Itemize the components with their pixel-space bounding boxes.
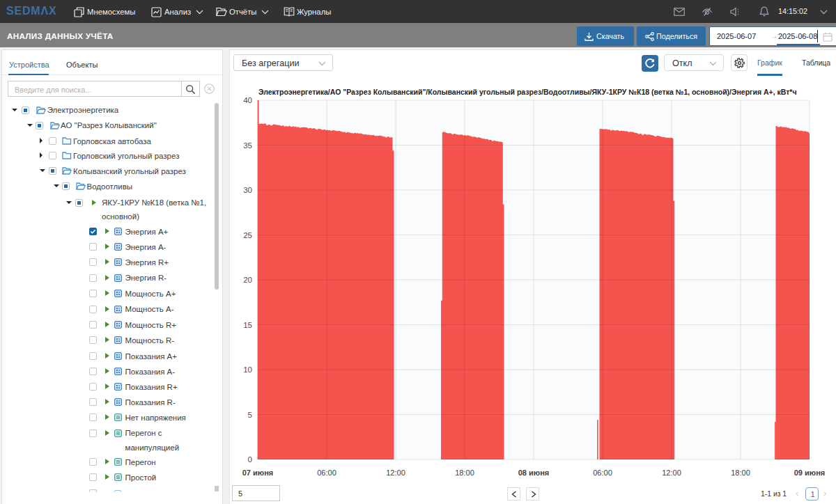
svg-text:25: 25 — [243, 231, 252, 239]
svg-text:18:00: 18:00 — [731, 468, 750, 477]
svg-text:08 июня: 08 июня — [518, 468, 550, 477]
svg-text:12:00: 12:00 — [662, 468, 681, 477]
svg-text:20: 20 — [243, 276, 252, 284]
svg-text:06:00: 06:00 — [317, 468, 336, 477]
svg-text:07 июня: 07 июня — [242, 468, 274, 477]
svg-text:5: 5 — [248, 411, 252, 419]
svg-text:15: 15 — [243, 321, 252, 329]
svg-text:0: 0 — [248, 455, 252, 464]
svg-text:40: 40 — [243, 96, 252, 104]
svg-text:10: 10 — [243, 365, 252, 374]
svg-text:09 июня: 09 июня — [794, 468, 826, 477]
svg-text:06:00: 06:00 — [593, 468, 612, 477]
svg-text:18:00: 18:00 — [455, 468, 474, 477]
svg-text:30: 30 — [243, 186, 252, 194]
svg-text:35: 35 — [243, 141, 252, 150]
svg-text:12:00: 12:00 — [386, 468, 405, 477]
